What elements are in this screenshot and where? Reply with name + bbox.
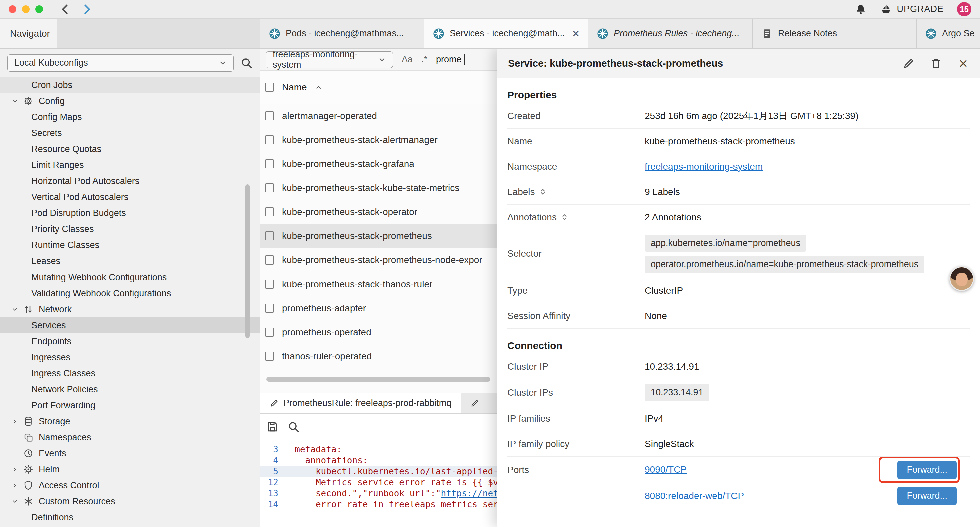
namespace-link[interactable]: freeleaps-monitoring-system — [645, 161, 762, 172]
sidebar-item-custom-resources[interactable]: Custom Resources — [0, 493, 260, 509]
sidebar-item-secrets[interactable]: Secrets — [0, 125, 260, 141]
back-button[interactable] — [58, 2, 72, 16]
sidebar-item-resource-quotas[interactable]: Resource Quotas — [0, 141, 260, 157]
sidebar-item-mutating-webhook-configurations[interactable]: Mutating Webhook Configurations — [0, 269, 260, 285]
row-checkbox[interactable] — [265, 231, 274, 240]
detail-value: kube-prometheus-stack-prometheus — [645, 136, 970, 147]
dock-tab-1[interactable] — [461, 393, 489, 413]
tab-pods-icecheng-mathmas[interactable]: Pods - icecheng@mathmas... — [260, 19, 424, 48]
sidebar-item-ingress-classes[interactable]: Ingress Classes — [0, 365, 260, 381]
row-checkbox[interactable] — [265, 352, 274, 361]
tab-label: Prometheus Rules - icecheng... — [614, 29, 743, 39]
sidebar-item-events[interactable]: Events — [0, 445, 260, 461]
row-checkbox[interactable] — [265, 328, 274, 336]
line-number: 4 — [260, 455, 284, 465]
minimize-window-button[interactable] — [22, 5, 30, 13]
row-checkbox[interactable] — [265, 280, 274, 288]
dock-tab-0[interactable]: PrometheusRule: freeleaps-prod-rabbitmq — [260, 393, 461, 413]
sidebar-item-network[interactable]: Network — [0, 301, 260, 317]
tab-label: Release Notes — [778, 29, 908, 39]
sidebar-item-pod-disruption-budgets[interactable]: Pod Disruption Budgets — [0, 205, 260, 221]
forward-button[interactable]: Forward... — [897, 487, 957, 505]
close-drawer-icon[interactable]: × — [957, 57, 969, 69]
sidebar-item-label: Validating Webhook Configurations — [31, 288, 171, 299]
sidebar-item-config[interactable]: Config — [0, 93, 260, 109]
navigator-strip: Navigator — [0, 19, 260, 48]
zoom-window-button[interactable] — [35, 5, 43, 13]
sidebar-item-namespaces[interactable]: Namespaces — [0, 429, 260, 445]
row-checkbox[interactable] — [265, 135, 274, 145]
sidebar-item-config-maps[interactable]: Config Maps — [0, 109, 260, 125]
user-avatar[interactable] — [949, 266, 974, 291]
storage-icon — [23, 416, 39, 426]
sidebar-item-vertical-pod-autoscalers[interactable]: Vertical Pod Autoscalers — [0, 189, 260, 205]
horizontal-scrollbar-thumb[interactable] — [266, 377, 490, 382]
name-column-header[interactable]: Name — [282, 82, 307, 93]
sidebar-item-runtime-classes[interactable]: Runtime Classes — [0, 237, 260, 253]
kubernetes-icon — [269, 28, 280, 39]
search-value: prome — [436, 54, 461, 65]
tab-close-icon[interactable]: × — [573, 28, 579, 40]
detail-label: Created — [508, 111, 645, 121]
save-icon[interactable] — [266, 420, 278, 433]
sidebar-item-priority-classes[interactable]: Priority Classes — [0, 221, 260, 237]
sidebar-item-label: Limit Ranges — [31, 160, 84, 170]
sidebar-search-icon[interactable] — [240, 57, 253, 69]
sort-ascending-icon[interactable] — [315, 84, 322, 91]
row-checkbox[interactable] — [265, 111, 274, 120]
kubeconfig-selector[interactable]: Local Kubeconfigs — [7, 54, 234, 72]
forward-button[interactable] — [80, 2, 94, 16]
sidebar-item-services[interactable]: Services — [0, 317, 260, 333]
sidebar-item-cron-jobs[interactable]: Cron Jobs — [0, 77, 260, 93]
sidebar-item-access-control[interactable]: Access Control — [0, 477, 260, 493]
notification-count-badge[interactable]: 15 — [957, 2, 971, 16]
namespace-selector[interactable]: freeleaps-monitoring-system — [266, 51, 393, 68]
sidebar-scrollbar-thumb[interactable] — [245, 185, 250, 338]
row-checkbox[interactable] — [265, 183, 274, 193]
sidebar-item-validating-webhook-configurations[interactable]: Validating Webhook Configurations — [0, 285, 260, 301]
row-checkbox[interactable] — [265, 159, 274, 169]
editor-search-icon[interactable] — [287, 420, 299, 433]
sidebar-item-storage[interactable]: Storage — [0, 413, 260, 429]
boat-icon — [880, 3, 892, 15]
port-link[interactable]: 8080:reloader-web/TCP — [645, 490, 744, 502]
os-title-bar: UPGRADE 15 — [0, 0, 980, 19]
service-name: kube-prometheus-stack-kube-state-metrics — [282, 183, 459, 193]
sidebar-item-ingresses[interactable]: Ingresses — [0, 349, 260, 365]
sidebar-item-port-forwarding[interactable]: Port Forwarding — [0, 397, 260, 413]
line-number: 14 — [260, 499, 284, 509]
sidebar-item-horizontal-pod-autoscalers[interactable]: Horizontal Pod Autoscalers — [0, 173, 260, 189]
sidebar-item-helm[interactable]: Helm — [0, 461, 260, 477]
access-control-icon — [23, 480, 39, 490]
sidebar-item-label: Secrets — [31, 128, 62, 139]
updown-icon — [539, 188, 547, 196]
line-number: 12 — [260, 477, 284, 487]
edit-pencil-icon[interactable] — [903, 57, 915, 69]
table-search-input[interactable]: Aa .* prome — [402, 54, 465, 65]
sidebar-item-network-policies[interactable]: Network Policies — [0, 381, 260, 397]
row-checkbox[interactable] — [265, 207, 274, 217]
row-checkbox[interactable] — [265, 255, 274, 264]
row-checkbox[interactable] — [265, 304, 274, 312]
sidebar-item-definitions[interactable]: Definitions — [0, 509, 260, 525]
sidebar-item-leases[interactable]: Leases — [0, 253, 260, 269]
sidebar-item-limit-ranges[interactable]: Limit Ranges — [0, 157, 260, 173]
tab-prometheus-rules-icecheng[interactable]: Prometheus Rules - icecheng... — [589, 19, 752, 48]
select-all-checkbox[interactable] — [265, 83, 274, 92]
notifications-bell-icon[interactable] — [854, 3, 867, 15]
tab-release-notes[interactable]: Release Notes — [752, 19, 916, 48]
port-link[interactable]: 9090/TCP — [645, 464, 687, 475]
match-case-icon[interactable]: Aa — [402, 54, 413, 65]
upgrade-button[interactable]: UPGRADE — [880, 3, 943, 15]
detail-row-namespace: Namespacefreeleaps-monitoring-system — [508, 154, 970, 180]
kubernetes-icon — [925, 28, 937, 39]
sidebar-item-endpoints[interactable]: Endpoints — [0, 333, 260, 349]
close-window-button[interactable] — [9, 5, 16, 13]
line-number: 3 — [260, 444, 284, 454]
tab-argo-se[interactable]: Argo Se — [916, 19, 980, 48]
forward-button[interactable]: Forward... — [897, 461, 957, 479]
regex-icon[interactable]: .* — [421, 54, 427, 65]
delete-trash-icon[interactable] — [930, 57, 942, 69]
navigator-panel-tab[interactable]: Navigator — [0, 19, 57, 48]
tab-services-icecheng-math[interactable]: Services - icecheng@math...× — [424, 19, 589, 48]
